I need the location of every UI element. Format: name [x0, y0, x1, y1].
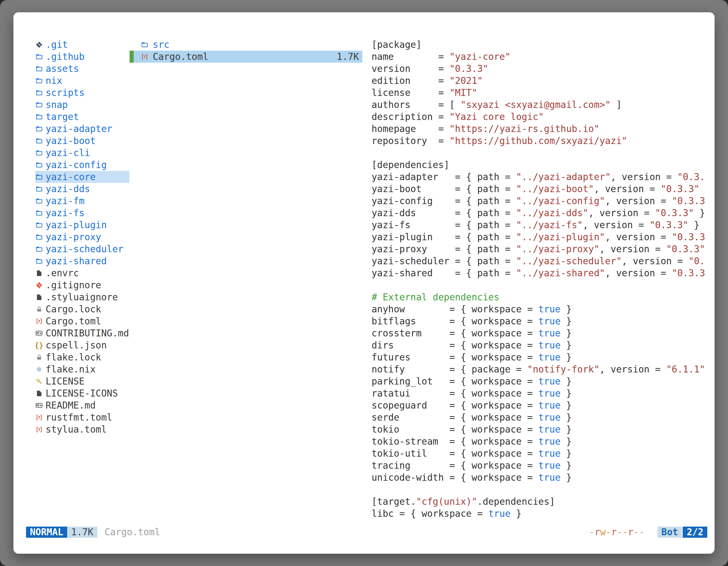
file-row[interactable]: README.md [35, 399, 130, 411]
file-row[interactable]: rustfmt.toml [35, 411, 130, 423]
item-name: src [153, 39, 170, 50]
preview-line: yazi-config = { path = "../yazi-config",… [372, 195, 705, 207]
item-name: nix [46, 75, 62, 86]
nix-icon: ❄ [35, 365, 43, 373]
status-right: -rw-r--r-- Bot 2/2 [589, 527, 707, 538]
folder-icon [35, 245, 43, 253]
dir-row[interactable]: target [35, 111, 130, 123]
dir-row[interactable]: yazi-dds [35, 183, 130, 195]
folder-icon [35, 77, 43, 85]
dir-row[interactable]: .git [35, 39, 130, 51]
folder-open-icon [141, 41, 148, 48]
folder-icon [35, 101, 43, 109]
dir-row[interactable]: nix [35, 75, 130, 87]
item-name: flake.lock [46, 352, 101, 363]
folder-icon [35, 137, 43, 145]
preview-line: version = "0.3.3" [372, 63, 705, 75]
file-row[interactable]: .styluaignore [35, 291, 130, 303]
panes-container: .git.githubassetsnixscriptssnaptargetyaz… [35, 39, 706, 512]
dir-row[interactable]: .github [35, 51, 130, 63]
item-name: .gitignore [46, 280, 101, 290]
item-name: README.md [46, 400, 96, 411]
folder-icon [35, 113, 43, 121]
dir-row[interactable]: snap [35, 99, 130, 111]
file-row[interactable]: Cargo.toml [35, 315, 130, 327]
folder-icon [35, 209, 43, 217]
folder-icon [35, 257, 43, 265]
hovered-item-marker [130, 51, 134, 63]
preview-line: dirs = { workspace = true } [372, 339, 705, 351]
file-row[interactable]: stylua.toml [35, 423, 130, 435]
preview-line: yazi-adapter = { path = "../yazi-adapter… [372, 171, 705, 183]
preview-line: yazi-scheduler = { path = "../yazi-sched… [372, 255, 705, 267]
dir-row[interactable]: yazi-config [35, 159, 130, 171]
folder-icon [35, 161, 43, 169]
dir-row[interactable]: yazi-boot [35, 135, 130, 147]
file-row[interactable]: .envrc [35, 267, 130, 279]
preview-line: crossterm = { workspace = true } [372, 327, 705, 339]
preview-line: bitflags = { workspace = true } [372, 315, 705, 327]
file-row[interactable]: ❄flake.nix [35, 363, 130, 375]
file-row[interactable]: .gitignore [35, 279, 130, 291]
preview-line: yazi-plugin = { path = "../yazi-plugin",… [372, 231, 705, 243]
dir-row[interactable]: src [130, 39, 362, 51]
preview-line: [target."cfg(unix)".dependencies] [372, 495, 705, 508]
folder-icon [35, 125, 43, 133]
preview-line: yazi-fs = { path = "../yazi-fs", version… [372, 219, 705, 231]
dir-row[interactable]: yazi-plugin [35, 219, 130, 231]
file-row[interactable]: LICENSE [35, 375, 130, 387]
dir-row[interactable]: assets [35, 63, 130, 75]
preview-pane: [package]name = "yazi-core"version = "0.… [372, 39, 705, 520]
folder-icon [35, 149, 43, 157]
mode-badge: NORMAL [26, 527, 67, 538]
preview-line: edition = "2021" [372, 75, 705, 87]
dir-row[interactable]: yazi-fs [35, 207, 130, 219]
preview-line: yazi-proxy = { path = "../yazi-proxy", v… [372, 243, 705, 255]
folder-icon [35, 221, 43, 229]
preview-line: description = "Yazi core logic" [372, 111, 705, 123]
preview-line [372, 483, 705, 495]
preview-line: libc = { workspace = true } [372, 508, 705, 520]
item-name: yazi-core [46, 172, 96, 182]
dir-row[interactable]: yazi-scheduler [35, 243, 130, 255]
item-name: snap [46, 99, 68, 110]
item-name: yazi-cli [46, 147, 90, 158]
item-name: Cargo.toml [153, 51, 208, 62]
preview-line: ratatui = { workspace = true } [372, 387, 705, 399]
license-icon [35, 377, 43, 385]
dir-row[interactable]: yazi-fm [35, 195, 130, 207]
folder-icon [35, 53, 43, 60]
json-icon: {} [35, 341, 43, 349]
file-row[interactable]: flake.lock [35, 351, 130, 363]
dir-row[interactable]: yazi-proxy [35, 231, 130, 243]
item-name: yazi-proxy [46, 232, 101, 243]
item-name: target [46, 111, 79, 122]
folder-icon [35, 65, 43, 72]
file-row[interactable]: LICENSE-ICONS [35, 387, 130, 399]
file-row[interactable]: Cargo.lock [35, 303, 130, 315]
dir-row[interactable]: yazi-cli [35, 147, 130, 159]
status-bar: NORMAL 1.7K Cargo.toml -rw-r--r-- Bot 2/… [26, 526, 707, 538]
preview-line: yazi-shared = { path = "../yazi-shared",… [372, 267, 705, 279]
item-name: yazi-boot [46, 135, 96, 146]
dir-row[interactable]: scripts [35, 87, 130, 99]
dir-row[interactable]: yazi-core [35, 171, 130, 183]
dir-row[interactable]: yazi-shared [35, 255, 130, 267]
item-name: Cargo.lock [46, 304, 101, 314]
item-name: yazi-scheduler [46, 244, 123, 255]
dir-row[interactable]: yazi-adapter [35, 123, 130, 135]
file-row[interactable]: Cargo.toml1.7K [130, 51, 362, 63]
preview-line: name = "yazi-core" [372, 51, 705, 63]
file-row[interactable]: {}cspell.json [35, 339, 130, 351]
preview-line: anyhow = { workspace = true } [372, 303, 705, 315]
folder-icon [35, 197, 43, 205]
file-row[interactable]: CONTRIBUTING.md [35, 327, 130, 339]
item-name: .github [46, 51, 84, 62]
item-name: yazi-fs [46, 208, 84, 219]
git-icon [35, 41, 43, 48]
item-name: stylua.toml [46, 424, 107, 435]
item-name: cspell.json [46, 340, 107, 351]
git-ignore-icon [35, 281, 43, 289]
preview-line: tokio = { workspace = true } [372, 423, 705, 435]
scroll-position-badge: Bot [657, 527, 682, 538]
